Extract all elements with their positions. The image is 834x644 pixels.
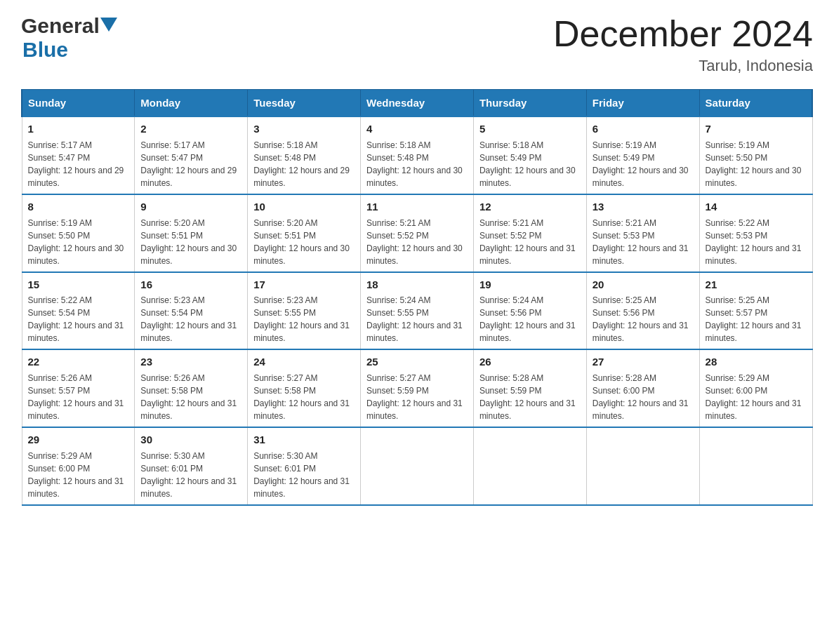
calendar-cell: 25Sunrise: 5:27 AMSunset: 5:59 PMDayligh…: [361, 349, 474, 427]
day-number: 24: [253, 354, 355, 370]
day-number: 29: [28, 432, 129, 448]
day-info: Sunrise: 5:27 AMSunset: 5:59 PMDaylight:…: [366, 372, 468, 422]
calendar-cell: 15Sunrise: 5:22 AMSunset: 5:54 PMDayligh…: [22, 272, 135, 350]
col-header-thursday: Thursday: [473, 90, 586, 117]
day-number: 21: [706, 277, 807, 293]
calendar-cell: 24Sunrise: 5:27 AMSunset: 5:58 PMDayligh…: [248, 349, 361, 427]
calendar-cell: [361, 427, 474, 505]
col-header-sunday: Sunday: [22, 90, 135, 117]
day-info: Sunrise: 5:23 AMSunset: 5:54 PMDaylight:…: [140, 294, 241, 344]
day-number: 14: [706, 199, 807, 215]
calendar-cell: 19Sunrise: 5:24 AMSunset: 5:56 PMDayligh…: [473, 272, 586, 350]
main-title: December 2024: [553, 14, 813, 54]
day-number: 18: [366, 277, 468, 293]
day-number: 27: [593, 354, 694, 370]
day-info: Sunrise: 5:30 AMSunset: 6:01 PMDaylight:…: [140, 450, 241, 500]
day-number: 3: [253, 121, 355, 137]
day-info: Sunrise: 5:17 AMSunset: 5:47 PMDaylight:…: [28, 139, 129, 189]
day-info: Sunrise: 5:21 AMSunset: 5:52 PMDaylight:…: [366, 217, 468, 267]
calendar-cell: 1Sunrise: 5:17 AMSunset: 5:47 PMDaylight…: [22, 116, 135, 194]
day-info: Sunrise: 5:24 AMSunset: 5:56 PMDaylight:…: [479, 294, 581, 344]
calendar-cell: 17Sunrise: 5:23 AMSunset: 5:55 PMDayligh…: [248, 272, 361, 350]
day-info: Sunrise: 5:24 AMSunset: 5:55 PMDaylight:…: [366, 294, 468, 344]
calendar-cell: 5Sunrise: 5:18 AMSunset: 5:49 PMDaylight…: [473, 116, 586, 194]
day-info: Sunrise: 5:20 AMSunset: 5:51 PMDaylight:…: [253, 217, 355, 267]
day-number: 6: [593, 121, 694, 137]
day-number: 22: [28, 354, 129, 370]
title-area: December 2024 Tarub, Indonesia: [553, 14, 813, 75]
calendar-cell: 3Sunrise: 5:18 AMSunset: 5:48 PMDaylight…: [248, 116, 361, 194]
week-row-2: 8Sunrise: 5:19 AMSunset: 5:50 PMDaylight…: [22, 194, 812, 272]
calendar-cell: [699, 427, 812, 505]
day-number: 9: [140, 199, 241, 215]
day-info: Sunrise: 5:28 AMSunset: 6:00 PMDaylight:…: [593, 372, 694, 422]
day-number: 4: [366, 121, 468, 137]
day-number: 1: [28, 121, 129, 137]
calendar-cell: 28Sunrise: 5:29 AMSunset: 6:00 PMDayligh…: [699, 349, 812, 427]
day-number: 30: [140, 432, 241, 448]
day-info: Sunrise: 5:19 AMSunset: 5:49 PMDaylight:…: [593, 139, 694, 189]
calendar-header-row: SundayMondayTuesdayWednesdayThursdayFrid…: [22, 90, 812, 117]
day-number: 10: [253, 199, 355, 215]
col-header-saturday: Saturday: [699, 90, 812, 117]
day-info: Sunrise: 5:21 AMSunset: 5:52 PMDaylight:…: [479, 217, 581, 267]
calendar-cell: 2Sunrise: 5:17 AMSunset: 5:47 PMDaylight…: [135, 116, 248, 194]
calendar-cell: [586, 427, 699, 505]
day-info: Sunrise: 5:25 AMSunset: 5:57 PMDaylight:…: [706, 294, 807, 344]
week-row-1: 1Sunrise: 5:17 AMSunset: 5:47 PMDaylight…: [22, 116, 812, 194]
day-info: Sunrise: 5:26 AMSunset: 5:57 PMDaylight:…: [28, 372, 129, 422]
calendar-cell: 12Sunrise: 5:21 AMSunset: 5:52 PMDayligh…: [473, 194, 586, 272]
calendar-cell: 31Sunrise: 5:30 AMSunset: 6:01 PMDayligh…: [248, 427, 361, 505]
calendar-body: 1Sunrise: 5:17 AMSunset: 5:47 PMDaylight…: [22, 116, 812, 505]
calendar-cell: 6Sunrise: 5:19 AMSunset: 5:49 PMDaylight…: [586, 116, 699, 194]
day-info: Sunrise: 5:29 AMSunset: 6:00 PMDaylight:…: [28, 450, 129, 500]
day-info: Sunrise: 5:18 AMSunset: 5:49 PMDaylight:…: [479, 139, 581, 189]
calendar-cell: 23Sunrise: 5:26 AMSunset: 5:58 PMDayligh…: [135, 349, 248, 427]
day-number: 20: [593, 277, 694, 293]
calendar-cell: 13Sunrise: 5:21 AMSunset: 5:53 PMDayligh…: [586, 194, 699, 272]
day-info: Sunrise: 5:19 AMSunset: 5:50 PMDaylight:…: [706, 139, 807, 189]
col-header-wednesday: Wednesday: [361, 90, 474, 117]
day-number: 25: [366, 354, 468, 370]
calendar-cell: 26Sunrise: 5:28 AMSunset: 5:59 PMDayligh…: [473, 349, 586, 427]
day-info: Sunrise: 5:25 AMSunset: 5:56 PMDaylight:…: [593, 294, 694, 344]
day-number: 7: [706, 121, 807, 137]
col-header-tuesday: Tuesday: [248, 90, 361, 117]
day-info: Sunrise: 5:22 AMSunset: 5:54 PMDaylight:…: [28, 294, 129, 344]
day-info: Sunrise: 5:19 AMSunset: 5:50 PMDaylight:…: [28, 217, 129, 267]
calendar-cell: 22Sunrise: 5:26 AMSunset: 5:57 PMDayligh…: [22, 349, 135, 427]
day-number: 16: [140, 277, 241, 293]
day-info: Sunrise: 5:22 AMSunset: 5:53 PMDaylight:…: [706, 217, 807, 267]
subtitle: Tarub, Indonesia: [553, 57, 813, 75]
calendar-cell: 8Sunrise: 5:19 AMSunset: 5:50 PMDaylight…: [22, 194, 135, 272]
calendar-cell: 7Sunrise: 5:19 AMSunset: 5:50 PMDaylight…: [699, 116, 812, 194]
day-info: Sunrise: 5:18 AMSunset: 5:48 PMDaylight:…: [366, 139, 468, 189]
calendar-cell: 11Sunrise: 5:21 AMSunset: 5:52 PMDayligh…: [361, 194, 474, 272]
calendar-cell: [473, 427, 586, 505]
day-number: 12: [479, 199, 581, 215]
day-number: 13: [593, 199, 694, 215]
day-number: 19: [479, 277, 581, 293]
day-info: Sunrise: 5:23 AMSunset: 5:55 PMDaylight:…: [253, 294, 355, 344]
calendar-cell: 27Sunrise: 5:28 AMSunset: 6:00 PMDayligh…: [586, 349, 699, 427]
logo-line: General: [21, 14, 118, 38]
day-info: Sunrise: 5:21 AMSunset: 5:53 PMDaylight:…: [593, 217, 694, 267]
day-number: 15: [28, 277, 129, 293]
day-info: Sunrise: 5:27 AMSunset: 5:58 PMDaylight:…: [253, 372, 355, 422]
day-number: 28: [706, 354, 807, 370]
day-number: 11: [366, 199, 468, 215]
day-number: 26: [479, 354, 581, 370]
col-header-monday: Monday: [135, 90, 248, 117]
calendar-cell: 30Sunrise: 5:30 AMSunset: 6:01 PMDayligh…: [135, 427, 248, 505]
day-info: Sunrise: 5:28 AMSunset: 5:59 PMDaylight:…: [479, 372, 581, 422]
week-row-3: 15Sunrise: 5:22 AMSunset: 5:54 PMDayligh…: [22, 272, 812, 350]
calendar-cell: 29Sunrise: 5:29 AMSunset: 6:00 PMDayligh…: [22, 427, 135, 505]
calendar-cell: 4Sunrise: 5:18 AMSunset: 5:48 PMDaylight…: [361, 116, 474, 194]
calendar-table: SundayMondayTuesdayWednesdayThursdayFrid…: [21, 89, 813, 506]
calendar-cell: 9Sunrise: 5:20 AMSunset: 5:51 PMDaylight…: [135, 194, 248, 272]
day-info: Sunrise: 5:29 AMSunset: 6:00 PMDaylight:…: [706, 372, 807, 422]
col-header-friday: Friday: [586, 90, 699, 117]
day-number: 2: [140, 121, 241, 137]
calendar-cell: 16Sunrise: 5:23 AMSunset: 5:54 PMDayligh…: [135, 272, 248, 350]
day-number: 23: [140, 354, 241, 370]
